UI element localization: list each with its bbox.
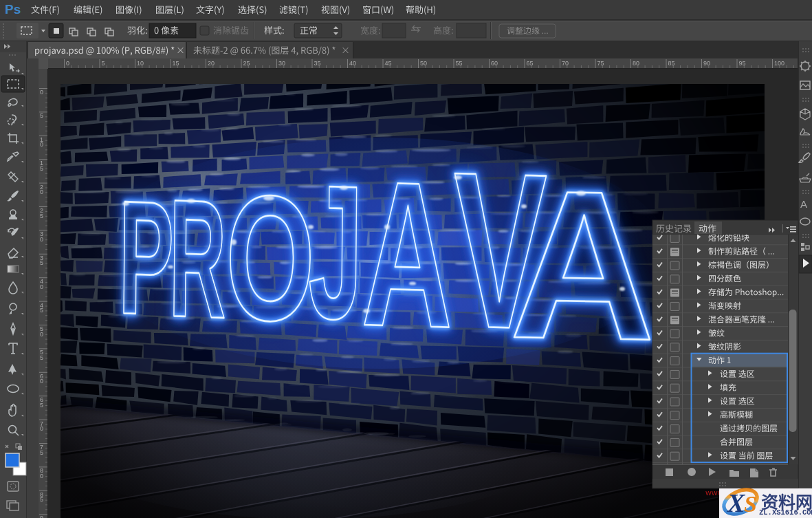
svg-text:O: O [225, 158, 316, 358]
svg-text:A: A [800, 198, 807, 210]
svg-text:30: 30 [278, 60, 285, 67]
svg-text:ZL.XS1616.COM: ZL.XS1616.COM [759, 508, 812, 517]
svg-text:A: A [361, 137, 454, 371]
svg-text:0: 0 [40, 378, 43, 385]
svg-text:80: 80 [633, 60, 639, 67]
svg-text:60: 60 [491, 60, 498, 67]
svg-text:65: 65 [527, 60, 534, 67]
svg-text:0: 0 [40, 188, 43, 195]
svg-text:5: 5 [102, 60, 105, 67]
svg-text:0: 0 [66, 60, 69, 67]
svg-text:95: 95 [739, 60, 746, 67]
svg-text:5: 5 [40, 354, 43, 361]
svg-text:40: 40 [349, 60, 356, 67]
svg-text:5: 5 [40, 112, 43, 119]
svg-text:35: 35 [314, 60, 321, 67]
svg-text:0: 0 [40, 236, 43, 243]
svg-text:50: 50 [420, 60, 427, 67]
svg-text:Ps: Ps [5, 2, 21, 17]
svg-text:0: 0 [40, 141, 43, 148]
svg-text:J: J [307, 144, 364, 360]
svg-text:5: 5 [40, 213, 43, 219]
svg-text:0: 0 [40, 283, 43, 290]
svg-text:5: 5 [40, 165, 43, 172]
svg-text:5: 5 [40, 259, 43, 266]
svg-text:5: 5 [40, 307, 43, 314]
svg-text:R: R [168, 164, 227, 354]
svg-text:10: 10 [137, 60, 144, 67]
svg-text:0: 0 [40, 425, 43, 432]
svg-text:9: 9 [40, 515, 43, 518]
svg-text:15: 15 [173, 60, 179, 67]
svg-text:5: 5 [40, 402, 43, 409]
svg-text:0: 0 [40, 473, 43, 479]
svg-text:25: 25 [243, 60, 250, 67]
svg-text:5: 5 [40, 449, 43, 456]
svg-text:5: 5 [40, 496, 43, 503]
svg-text:90: 90 [703, 60, 710, 67]
svg-text:P: P [118, 166, 175, 349]
svg-text:85: 85 [668, 60, 675, 67]
svg-text:55: 55 [456, 60, 463, 67]
svg-text:20: 20 [208, 60, 215, 67]
svg-text:75: 75 [597, 60, 604, 67]
svg-text:S: S [744, 491, 757, 517]
svg-text:45: 45 [385, 60, 392, 67]
svg-text:A: A [509, 146, 659, 385]
svg-text:0: 0 [40, 89, 43, 96]
svg-text:70: 70 [562, 60, 569, 67]
svg-text:X: X [727, 488, 746, 517]
svg-text:0: 0 [40, 331, 43, 338]
